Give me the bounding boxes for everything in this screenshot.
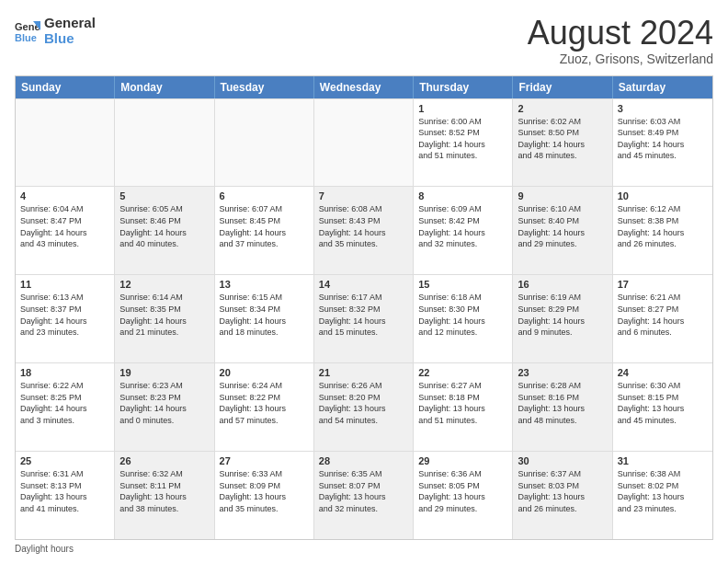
day-info: Sunrise: 6:05 AM Sunset: 8:46 PM Dayligh… xyxy=(119,203,209,249)
header-day: Saturday xyxy=(613,76,712,98)
day-info: Sunrise: 6:08 AM Sunset: 8:43 PM Dayligh… xyxy=(319,203,408,249)
footer-note: Daylight hours xyxy=(15,544,713,554)
day-number: 10 xyxy=(618,190,708,201)
day-info: Sunrise: 6:19 AM Sunset: 8:29 PM Dayligh… xyxy=(518,292,607,338)
day-number: 20 xyxy=(220,367,309,378)
svg-text:Blue: Blue xyxy=(15,32,37,43)
day-number: 16 xyxy=(518,279,607,290)
logo-general: General xyxy=(44,15,96,30)
day-info: Sunrise: 6:31 AM Sunset: 8:13 PM Dayligh… xyxy=(20,468,109,514)
day-info: Sunrise: 6:13 AM Sunset: 8:37 PM Dayligh… xyxy=(20,292,109,338)
calendar-cell: 27Sunrise: 6:33 AM Sunset: 8:09 PM Dayli… xyxy=(215,452,314,539)
day-info: Sunrise: 6:27 AM Sunset: 8:18 PM Dayligh… xyxy=(418,380,507,426)
day-number: 24 xyxy=(618,367,708,378)
day-number: 14 xyxy=(319,279,408,290)
calendar-cell: 29Sunrise: 6:36 AM Sunset: 8:05 PM Dayli… xyxy=(414,452,513,539)
calendar-cell: 28Sunrise: 6:35 AM Sunset: 8:07 PM Dayli… xyxy=(314,452,414,539)
calendar-cell: 16Sunrise: 6:19 AM Sunset: 8:29 PM Dayli… xyxy=(513,275,612,362)
title-block: August 2024 Zuoz, Grisons, Switzerland xyxy=(528,15,713,66)
calendar-cell: 30Sunrise: 6:37 AM Sunset: 8:03 PM Dayli… xyxy=(513,452,612,539)
calendar-row: 1Sunrise: 6:00 AM Sunset: 8:52 PM Daylig… xyxy=(16,98,712,187)
day-number: 12 xyxy=(119,279,209,290)
calendar-cell: 1Sunrise: 6:00 AM Sunset: 8:52 PM Daylig… xyxy=(414,99,513,187)
calendar-cell: 2Sunrise: 6:02 AM Sunset: 8:50 PM Daylig… xyxy=(513,99,612,187)
day-number: 22 xyxy=(418,367,507,378)
day-info: Sunrise: 6:33 AM Sunset: 8:09 PM Dayligh… xyxy=(220,468,309,514)
location: Zuoz, Grisons, Switzerland xyxy=(528,52,713,66)
day-number: 25 xyxy=(20,455,109,466)
month-title: August 2024 xyxy=(528,15,713,52)
calendar-cell: 23Sunrise: 6:28 AM Sunset: 8:16 PM Dayli… xyxy=(513,363,612,451)
header: General Blue General Blue August 2024 Zu… xyxy=(15,15,713,66)
day-number: 28 xyxy=(319,455,408,466)
day-info: Sunrise: 6:03 AM Sunset: 8:49 PM Dayligh… xyxy=(618,116,708,162)
calendar-cell: 3Sunrise: 6:03 AM Sunset: 8:49 PM Daylig… xyxy=(613,99,712,187)
day-info: Sunrise: 6:12 AM Sunset: 8:38 PM Dayligh… xyxy=(618,203,708,249)
day-info: Sunrise: 6:26 AM Sunset: 8:20 PM Dayligh… xyxy=(319,380,408,426)
calendar-cell: 15Sunrise: 6:18 AM Sunset: 8:30 PM Dayli… xyxy=(414,275,513,362)
calendar-cell: 31Sunrise: 6:38 AM Sunset: 8:02 PM Dayli… xyxy=(613,452,712,539)
calendar: SundayMondayTuesdayWednesdayThursdayFrid… xyxy=(15,75,713,540)
logo: General Blue General Blue xyxy=(15,15,96,47)
calendar-cell xyxy=(314,99,414,187)
day-number: 23 xyxy=(518,367,607,378)
calendar-cell xyxy=(16,99,115,187)
calendar-cell: 10Sunrise: 6:12 AM Sunset: 8:38 PM Dayli… xyxy=(613,187,712,274)
calendar-cell: 17Sunrise: 6:21 AM Sunset: 8:27 PM Dayli… xyxy=(613,275,712,362)
calendar-cell: 24Sunrise: 6:30 AM Sunset: 8:15 PM Dayli… xyxy=(613,363,712,451)
calendar-body: 1Sunrise: 6:00 AM Sunset: 8:52 PM Daylig… xyxy=(16,98,712,539)
header-day: Monday xyxy=(115,76,214,98)
header-day: Sunday xyxy=(16,76,115,98)
day-info: Sunrise: 6:21 AM Sunset: 8:27 PM Dayligh… xyxy=(618,292,708,338)
day-number: 18 xyxy=(20,367,109,378)
day-number: 31 xyxy=(618,455,708,466)
calendar-row: 11Sunrise: 6:13 AM Sunset: 8:37 PM Dayli… xyxy=(16,274,712,362)
header-day: Friday xyxy=(513,76,612,98)
day-number: 27 xyxy=(220,455,309,466)
calendar-cell: 25Sunrise: 6:31 AM Sunset: 8:13 PM Dayli… xyxy=(16,452,115,539)
calendar-cell xyxy=(115,99,214,187)
day-info: Sunrise: 6:15 AM Sunset: 8:34 PM Dayligh… xyxy=(220,292,309,338)
calendar-cell: 13Sunrise: 6:15 AM Sunset: 8:34 PM Dayli… xyxy=(215,275,314,362)
calendar-cell: 9Sunrise: 6:10 AM Sunset: 8:40 PM Daylig… xyxy=(513,187,612,274)
day-info: Sunrise: 6:10 AM Sunset: 8:40 PM Dayligh… xyxy=(518,203,607,249)
day-info: Sunrise: 6:22 AM Sunset: 8:25 PM Dayligh… xyxy=(20,380,109,426)
calendar-cell: 6Sunrise: 6:07 AM Sunset: 8:45 PM Daylig… xyxy=(215,187,314,274)
day-info: Sunrise: 6:00 AM Sunset: 8:52 PM Dayligh… xyxy=(418,116,507,162)
day-info: Sunrise: 6:14 AM Sunset: 8:35 PM Dayligh… xyxy=(119,292,209,338)
day-number: 3 xyxy=(618,103,708,114)
day-info: Sunrise: 6:18 AM Sunset: 8:30 PM Dayligh… xyxy=(418,292,507,338)
calendar-cell: 22Sunrise: 6:27 AM Sunset: 8:18 PM Dayli… xyxy=(414,363,513,451)
logo-icon: General Blue xyxy=(15,17,40,43)
day-info: Sunrise: 6:17 AM Sunset: 8:32 PM Dayligh… xyxy=(319,292,408,338)
day-info: Sunrise: 6:02 AM Sunset: 8:50 PM Dayligh… xyxy=(518,116,607,162)
calendar-cell: 20Sunrise: 6:24 AM Sunset: 8:22 PM Dayli… xyxy=(215,363,314,451)
calendar-row: 18Sunrise: 6:22 AM Sunset: 8:25 PM Dayli… xyxy=(16,362,712,451)
day-number: 29 xyxy=(418,455,507,466)
day-info: Sunrise: 6:09 AM Sunset: 8:42 PM Dayligh… xyxy=(418,203,507,249)
calendar-row: 25Sunrise: 6:31 AM Sunset: 8:13 PM Dayli… xyxy=(16,451,712,539)
day-info: Sunrise: 6:24 AM Sunset: 8:22 PM Dayligh… xyxy=(220,380,309,426)
day-number: 5 xyxy=(119,190,209,201)
calendar-header: SundayMondayTuesdayWednesdayThursdayFrid… xyxy=(16,76,712,98)
calendar-cell: 8Sunrise: 6:09 AM Sunset: 8:42 PM Daylig… xyxy=(414,187,513,274)
day-number: 1 xyxy=(418,103,507,114)
calendar-cell: 12Sunrise: 6:14 AM Sunset: 8:35 PM Dayli… xyxy=(115,275,214,362)
day-number: 13 xyxy=(220,279,309,290)
calendar-cell: 11Sunrise: 6:13 AM Sunset: 8:37 PM Dayli… xyxy=(16,275,115,362)
day-number: 9 xyxy=(518,190,607,201)
header-day: Wednesday xyxy=(314,76,414,98)
day-number: 4 xyxy=(20,190,109,201)
day-number: 17 xyxy=(618,279,708,290)
calendar-cell: 14Sunrise: 6:17 AM Sunset: 8:32 PM Dayli… xyxy=(314,275,414,362)
day-number: 30 xyxy=(518,455,607,466)
calendar-cell xyxy=(215,99,314,187)
calendar-cell: 4Sunrise: 6:04 AM Sunset: 8:47 PM Daylig… xyxy=(16,187,115,274)
header-day: Tuesday xyxy=(215,76,314,98)
logo-blue: Blue xyxy=(44,30,96,46)
calendar-cell: 26Sunrise: 6:32 AM Sunset: 8:11 PM Dayli… xyxy=(115,452,214,539)
day-info: Sunrise: 6:36 AM Sunset: 8:05 PM Dayligh… xyxy=(418,468,507,514)
day-number: 11 xyxy=(20,279,109,290)
day-number: 8 xyxy=(418,190,507,201)
day-info: Sunrise: 6:07 AM Sunset: 8:45 PM Dayligh… xyxy=(220,203,309,249)
